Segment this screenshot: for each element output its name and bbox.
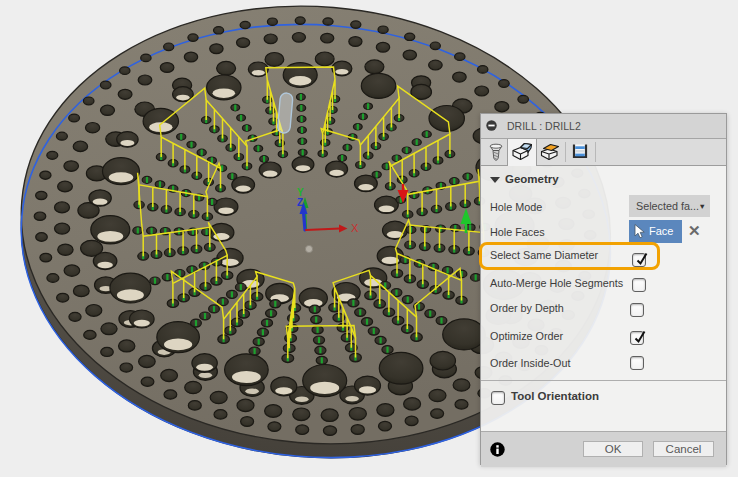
svg-text:X: X xyxy=(351,222,359,234)
svg-text:Z: Z xyxy=(297,197,303,208)
